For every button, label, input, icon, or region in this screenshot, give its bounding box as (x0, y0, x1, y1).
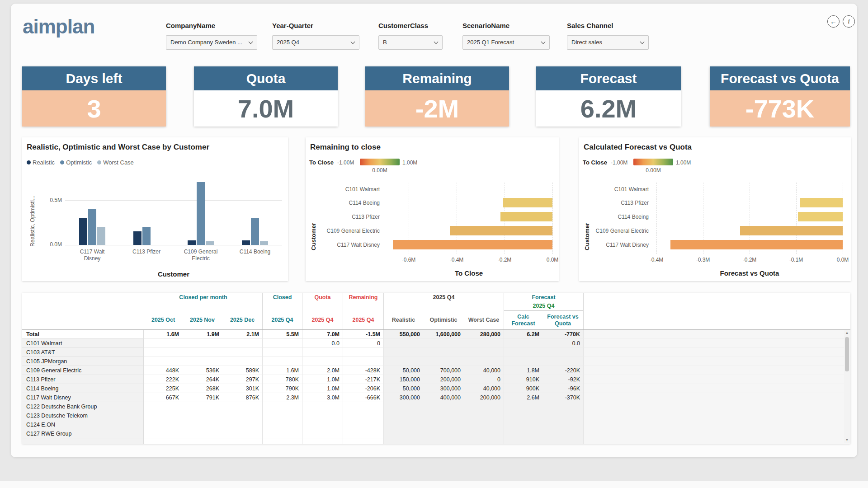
bar-optimistic-c114-boeing[interactable] (251, 218, 259, 245)
table-cell[interactable]: 1.0M (302, 375, 343, 384)
table-cell[interactable] (262, 357, 302, 366)
table-cell[interactable]: 700,000 (423, 366, 464, 375)
column-group-header-2025-q4[interactable]: 2025 Q4 (383, 293, 504, 302)
table-cell[interactable]: 790K (262, 384, 302, 393)
y-category-label[interactable]: C113 Pfizer (583, 200, 649, 206)
table-cell[interactable]: 1.6M (262, 366, 302, 375)
table-cell[interactable]: 301K (222, 384, 262, 393)
back-button[interactable]: ← (827, 15, 840, 28)
bar-c113-pfizer[interactable] (500, 212, 552, 221)
table-cell[interactable]: -206K (343, 384, 383, 393)
table-cell[interactable] (383, 348, 423, 357)
y-category-label[interactable]: C117 Walt Disney (309, 242, 380, 248)
table-cell[interactable]: 2.1M (222, 330, 262, 339)
table-cell[interactable]: -1.5M (343, 330, 383, 339)
y-category-label[interactable]: C101 Walmart (583, 186, 649, 192)
table-cell[interactable]: -220K (542, 366, 583, 375)
column-header[interactable]: 2025 Nov (182, 311, 222, 329)
table-cell[interactable] (423, 402, 464, 411)
table-cell[interactable]: 0.0 (302, 339, 343, 348)
table-cell[interactable] (222, 429, 262, 438)
table-cell[interactable] (343, 420, 383, 429)
column-header[interactable]: Realistic (383, 311, 423, 329)
table-cell[interactable] (144, 420, 182, 429)
table-cell[interactable]: -370K (542, 393, 583, 402)
bar-optimistic-c113-pfizer[interactable] (142, 227, 151, 245)
table-cell[interactable] (343, 402, 383, 411)
row-header[interactable] (22, 438, 144, 444)
table-cell[interactable] (343, 348, 383, 357)
table-cell[interactable]: 200,000 (423, 375, 464, 384)
table-cell[interactable]: 5.5M (262, 330, 302, 339)
table-cell[interactable] (383, 339, 423, 348)
y-category-label[interactable]: C109 General Electric (583, 228, 649, 234)
table-cell[interactable]: -96K (542, 384, 583, 393)
table-cell[interactable]: 40,000 (464, 366, 504, 375)
table-cell[interactable]: 2.0M (302, 366, 343, 375)
column-header[interactable]: 2025 Q4 (302, 311, 343, 329)
bar-optimistic-c109-general-electric[interactable] (197, 182, 205, 245)
filter-dropdown[interactable]: 2025 Q4 (272, 35, 359, 50)
y-category-label[interactable]: C113 Pfizer (309, 214, 380, 220)
table-cell[interactable] (144, 429, 182, 438)
table-cell[interactable]: 50,000 (383, 366, 423, 375)
table-cell[interactable]: 264K (182, 375, 222, 384)
table-cell[interactable]: 780K (262, 375, 302, 384)
table-cell[interactable] (504, 438, 542, 444)
table-cell[interactable] (302, 348, 343, 357)
legend-item-realistic[interactable]: Realistic (27, 159, 55, 166)
table-cell[interactable] (182, 420, 222, 429)
table-cell[interactable] (464, 348, 504, 357)
table-cell[interactable] (383, 402, 423, 411)
table-cell[interactable]: 300,000 (423, 384, 464, 393)
table-cell[interactable] (144, 357, 182, 366)
table-cell[interactable]: 3.0M (302, 393, 343, 402)
legend-item-worst-case[interactable]: Worst Case (97, 159, 134, 166)
row-header[interactable]: C122 Deutsche Bank Group (22, 402, 144, 411)
table-cell[interactable]: 400,000 (423, 393, 464, 402)
table-cell[interactable] (423, 429, 464, 438)
table-cell[interactable] (222, 420, 262, 429)
table-cell[interactable]: 536K (182, 366, 222, 375)
bar-realistic-c117-walt-disney[interactable] (79, 218, 87, 245)
table-cell[interactable] (343, 357, 383, 366)
table-cell[interactable] (542, 402, 583, 411)
table-cell[interactable]: 1.6M (144, 330, 182, 339)
table-cell[interactable]: -428K (343, 366, 383, 375)
table-cell[interactable] (464, 402, 504, 411)
table-cell[interactable] (542, 411, 583, 420)
y-category-label[interactable]: C114 Boeing (309, 200, 380, 206)
column-group-header-remaining[interactable]: Remaining (343, 293, 383, 302)
table-cell[interactable]: 1.9M (182, 330, 222, 339)
bar-c114-boeing[interactable] (503, 198, 552, 207)
table-cell[interactable]: 7.0M (302, 330, 343, 339)
bar-worst-case-c117-walt-disney[interactable] (97, 227, 105, 245)
table-cell[interactable] (464, 420, 504, 429)
column-header[interactable]: 2025 Q4 (262, 311, 302, 329)
table-cell[interactable]: 2.3M (262, 393, 302, 402)
column-header[interactable]: 2025 Q4 (343, 311, 383, 329)
bar-c109-general-electric[interactable] (740, 226, 843, 235)
table-cell[interactable]: 225K (144, 384, 182, 393)
table-cell[interactable] (383, 438, 423, 444)
legend-item-optimistic[interactable]: Optimistic (60, 159, 92, 166)
bar-c113-pfizer[interactable] (800, 198, 843, 207)
table-cell[interactable]: 222K (144, 375, 182, 384)
table-cell[interactable] (182, 348, 222, 357)
column-header[interactable]: 2025 Oct (144, 311, 182, 329)
table-cell[interactable] (423, 357, 464, 366)
bar-optimistic-c117-walt-disney[interactable] (88, 209, 96, 245)
table-cell[interactable] (262, 411, 302, 420)
table-cell[interactable] (343, 438, 383, 444)
column-subgroup-header[interactable]: 2025 Q4 (504, 302, 583, 311)
table-cell[interactable]: 200,000 (464, 393, 504, 402)
table-cell[interactable]: 876K (222, 393, 262, 402)
table-cell[interactable] (262, 402, 302, 411)
bar-worst-case-c114-boeing[interactable] (260, 241, 268, 245)
row-header[interactable]: C113 Pfizer (22, 375, 144, 384)
table-cell[interactable] (423, 420, 464, 429)
column-header[interactable]: Worst Case (464, 311, 504, 329)
table-cell[interactable]: 910K (504, 375, 542, 384)
table-cell[interactable] (504, 429, 542, 438)
filter-dropdown[interactable]: Direct sales (567, 35, 649, 50)
